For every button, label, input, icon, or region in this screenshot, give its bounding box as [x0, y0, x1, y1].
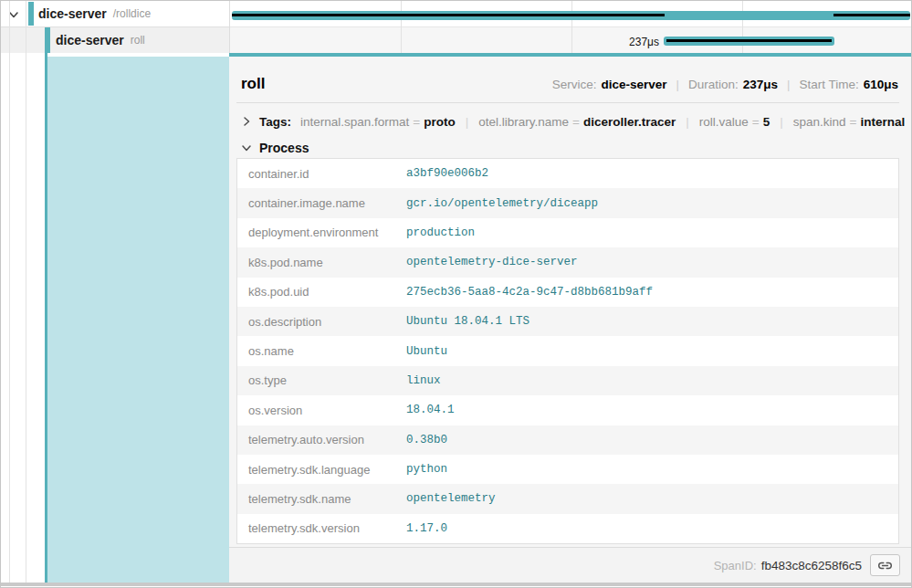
process-label: Process [259, 141, 309, 155]
process-key: telemetry.sdk.name [237, 492, 406, 506]
meta-label: Start Time: [799, 78, 858, 91]
meta-item: Start Time:610μs [799, 78, 898, 91]
process-table-row: telemetry.sdk.nameopentelemetry [237, 484, 898, 513]
process-table-row: telemetry.auto.version0.38b0 [237, 425, 898, 455]
process-table-row: os.descriptionUbuntu 18.04.1 LTS [237, 307, 898, 336]
span-bar-roll[interactable] [664, 37, 834, 46]
tag-key: roll.value [699, 115, 749, 129]
tag-value: 5 [763, 115, 770, 129]
operation-name: /rolldice [113, 7, 151, 20]
tag-pair: span.kind=internal [793, 115, 905, 129]
tag-pair: roll.value=5 [699, 115, 770, 129]
process-table-row: container.image.namegcr.io/opentelemetry… [237, 188, 898, 217]
tags-accordion[interactable]: Tags: internal.span.format=proto|otel.li… [241, 111, 898, 131]
timeline-gridline-50 [571, 1, 572, 53]
link-icon [877, 560, 893, 572]
process-table-row: container.ida3bf90e006b2 [237, 159, 898, 188]
detail-left-fill [47, 57, 229, 583]
indent-guide [26, 1, 26, 583]
tags-summary: internal.span.format=proto|otel.library.… [300, 115, 905, 129]
tag-separator: | [780, 115, 783, 129]
process-value: opentelemetry [406, 492, 496, 505]
process-value: 275ecb36-5aa8-4c2a-9c47-d8bb681b9aff [406, 286, 653, 299]
tag-value: internal [860, 115, 905, 129]
tag-equals: = [413, 115, 420, 129]
process-value: 18.04.1 [406, 404, 455, 416]
tag-equals: = [850, 115, 857, 129]
tag-separator: | [686, 115, 689, 129]
process-key: os.description [237, 315, 406, 329]
process-value: Ubuntu 18.04.1 LTS [406, 315, 529, 328]
tag-key: span.kind [793, 115, 846, 129]
indent-guide [9, 1, 10, 583]
process-key: container.id [237, 167, 406, 181]
process-value: python [406, 463, 447, 476]
process-key: container.image.name [237, 196, 406, 210]
process-value: gcr.io/opentelemetry/diceapp [406, 197, 598, 210]
process-key: telemetry.auto.version [237, 433, 406, 446]
process-key: deployment.environment [237, 226, 406, 239]
process-value: Ubuntu [406, 345, 447, 358]
process-table-row: telemetry.sdk.version1.17.0 [237, 514, 898, 543]
trace-detail-view: dice-server /rolldice dice-server roll 2… [0, 0, 912, 588]
process-value: linux [406, 374, 441, 387]
chevron-down-icon [241, 142, 252, 153]
process-value: a3bf90e006b2 [406, 167, 488, 180]
process-value: 0.38b0 [406, 434, 447, 446]
meta-separator: | [787, 78, 790, 91]
trace-timeline: 237μs [229, 1, 911, 53]
tag-key: internal.span.format [300, 115, 409, 129]
chevron-right-icon [241, 116, 252, 127]
service-color-marker [28, 2, 34, 26]
meta-item: Duration:237μs [688, 78, 778, 91]
timeline-gridline-25 [401, 1, 402, 53]
tag-value: proto [424, 115, 456, 129]
process-table-row: k8s.pod.uid275ecb36-5aa8-4c2a-9c47-d8bb6… [237, 278, 898, 307]
tag-equals: = [572, 115, 580, 129]
process-key: k8s.pod.name [237, 256, 406, 269]
process-table-row: deployment.environmentproduction [237, 218, 898, 247]
span-deeplink-button[interactable] [870, 554, 900, 576]
meta-separator: | [676, 78, 679, 91]
tag-equals: = [752, 115, 760, 129]
spanid-value: fb483c8c6258f6c5 [761, 559, 862, 572]
process-key: k8s.pod.uid [237, 285, 406, 299]
self-time-stripe [232, 14, 665, 16]
process-value: opentelemetry-dice-server [406, 256, 578, 268]
meta-label: Duration: [688, 78, 739, 91]
header-divider [236, 102, 899, 103]
process-key: os.version [237, 404, 406, 417]
process-value: 1.17.0 [406, 522, 447, 535]
span-detail-header: roll Service:dice-server|Duration:237μs|… [241, 69, 898, 99]
tag-key: otel.library.name [478, 115, 569, 129]
span-title: roll [241, 75, 265, 93]
meta-item: Service:dice-server [552, 78, 667, 91]
span-tree-row-roll-selected[interactable]: dice-server roll [1, 27, 229, 53]
span-bar-rolldice[interactable] [232, 11, 910, 20]
span-meta: Service:dice-server|Duration:237μs|Start… [552, 78, 898, 91]
process-table-row: k8s.pod.nameopentelemetry-dice-server [237, 247, 898, 277]
span-detail-panel: roll Service:dice-server|Duration:237μs|… [229, 57, 911, 583]
meta-value: 237μs [743, 78, 778, 91]
meta-value: 610μs [864, 78, 898, 91]
horizontal-scrollbar-track[interactable] [1, 583, 911, 586]
meta-value: dice-server [602, 78, 667, 91]
process-key-value-table: container.ida3bf90e006b2container.image.… [236, 158, 899, 544]
process-key: telemetry.sdk.language [237, 463, 406, 477]
self-time-stripe [833, 14, 910, 16]
process-accordion[interactable]: Process [241, 139, 309, 157]
meta-label: Service: [552, 78, 597, 91]
process-table-row: os.typelinux [237, 366, 898, 395]
service-name: dice-server [38, 6, 107, 21]
self-time-stripe [666, 39, 832, 42]
process-table-row: os.version18.04.1 [237, 395, 898, 425]
span-duration-label: 237μs [575, 36, 659, 48]
span-tree-row-rolldice[interactable]: dice-server /rolldice [1, 1, 229, 27]
process-table-row: os.nameUbuntu [237, 336, 898, 365]
span-detail-footer: SpanID: fb483c8c6258f6c5 [229, 547, 911, 583]
tag-value: diceroller.tracer [583, 115, 676, 129]
tag-pair: otel.library.name=diceroller.tracer [478, 115, 676, 129]
process-key: os.type [237, 373, 406, 387]
process-key: os.name [237, 344, 406, 358]
process-table-row: telemetry.sdk.languagepython [237, 455, 898, 484]
